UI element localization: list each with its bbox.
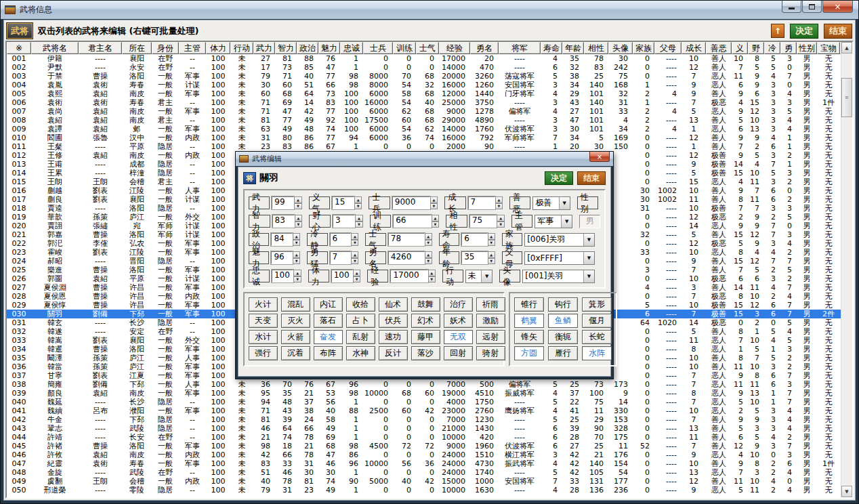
table-row[interactable]: 042牛金----下邳隐居--100未81392458100070001230-… bbox=[7, 415, 841, 424]
skill-button[interactable]: 内讧 bbox=[314, 297, 343, 312]
close-button[interactable]: × bbox=[822, 1, 853, 13]
spin-down-button[interactable]: ▼ bbox=[294, 203, 302, 210]
combo-arrow-icon[interactable]: ▼ bbox=[561, 215, 572, 228]
column-header[interactable]: 所在 bbox=[122, 42, 152, 54]
spin-up-button[interactable]: ▲ bbox=[294, 196, 302, 203]
spin-up-button[interactable]: ▲ bbox=[354, 196, 362, 203]
table-row[interactable]: 047紀靈袁術寿春一般军事100未83333146961000056362400… bbox=[7, 459, 841, 468]
spin-down-button[interactable]: ▼ bbox=[432, 222, 440, 228]
skill-button[interactable]: 治疗 bbox=[444, 297, 473, 312]
table-row[interactable]: 003于禁曹操洛阳一般军事100未79714077988000706820000… bbox=[7, 72, 841, 81]
dialog-end-button[interactable]: 结束 bbox=[577, 171, 606, 185]
column-header[interactable]: 武将名 bbox=[31, 42, 79, 54]
column-header[interactable]: 主管 bbox=[179, 42, 206, 54]
confirm-button[interactable]: 决定 bbox=[790, 24, 818, 39]
stat-input[interactable]: 17000 bbox=[390, 270, 427, 282]
column-header[interactable]: 体力 bbox=[206, 42, 230, 54]
spin-down-button[interactable]: ▼ bbox=[293, 240, 300, 247]
formation-button[interactable]: 鱼鳞 bbox=[548, 314, 578, 328]
table-row[interactable]: 007袁尚袁紹南皮一般军事100未71474277100600062689000… bbox=[7, 107, 841, 116]
dialog-confirm-button[interactable]: 决定 bbox=[545, 171, 573, 185]
column-header[interactable]: 行动 bbox=[230, 42, 253, 54]
column-header[interactable]: 年龄 bbox=[562, 42, 584, 54]
column-header[interactable]: 勇 bbox=[780, 42, 797, 54]
column-header[interactable]: 将军 bbox=[499, 42, 541, 54]
column-header[interactable]: 成长 bbox=[682, 42, 706, 54]
table-row[interactable]: 041魏續呂布濮阳一般军事100未71433840882500604223000… bbox=[7, 406, 841, 415]
spin-up-button[interactable]: ▲ bbox=[432, 215, 440, 222]
column-header[interactable]: 政治 bbox=[297, 42, 318, 54]
column-header[interactable]: 士气 bbox=[416, 42, 439, 54]
spin-down-button[interactable]: ▼ bbox=[355, 222, 363, 228]
skill-button[interactable]: 布阵 bbox=[314, 346, 343, 360]
table-row[interactable]: 039顏良袁紹南皮一般军事100未95352153981000068601900… bbox=[7, 389, 841, 398]
table-row[interactable]: 006袁術袁術寿春君主--100未71691483100160005440250… bbox=[7, 98, 841, 107]
spin-up-button[interactable]: ▲ bbox=[355, 215, 363, 222]
minimize-button[interactable] bbox=[782, 1, 801, 13]
column-header[interactable]: 勇名 bbox=[470, 42, 499, 54]
spin-down-button[interactable]: ▼ bbox=[353, 276, 360, 283]
skill-button[interactable]: 远射 bbox=[476, 330, 505, 344]
column-header[interactable]: 义 bbox=[732, 42, 748, 54]
skill-button[interactable]: 祈雨 bbox=[476, 297, 505, 312]
skill-button[interactable]: 鼓舞 bbox=[411, 297, 440, 312]
table-row[interactable]: 046許攸袁紹南皮一般内政100未4266784786000240001510横… bbox=[7, 450, 841, 459]
column-header[interactable]: 善恶 bbox=[706, 42, 732, 54]
scrollbar-thumb[interactable]: ≡ bbox=[841, 78, 852, 117]
stat-input[interactable]: 96 bbox=[271, 251, 293, 264]
formation-button[interactable]: 偃月 bbox=[582, 314, 612, 328]
table-row[interactable]: 038簡雍劉備下邳一般人事100未36707667960007000500偏将军… bbox=[7, 380, 841, 389]
skill-button[interactable]: 天变 bbox=[249, 314, 278, 328]
combo-box[interactable]: 极善▼ bbox=[532, 196, 570, 210]
skill-button[interactable]: 落石 bbox=[314, 314, 343, 328]
stat-input[interactable]: 6 bbox=[330, 233, 352, 246]
table-row[interactable]: 008袁紹袁紹南皮君主--100未81774992100175006068290… bbox=[7, 116, 841, 125]
formation-button[interactable]: 鹤翼 bbox=[514, 314, 544, 328]
spin-down-button[interactable]: ▼ bbox=[295, 222, 303, 228]
column-header[interactable]: 寿命 bbox=[541, 42, 562, 54]
stat-input[interactable]: 9000 bbox=[392, 196, 430, 209]
stat-input[interactable]: 84 bbox=[271, 233, 293, 246]
column-header[interactable]: 相性 bbox=[584, 42, 608, 54]
column-header[interactable]: 冷 bbox=[764, 42, 780, 54]
spin-up-button[interactable]: ▲ bbox=[293, 251, 300, 258]
table-row[interactable]: 009袁譚袁紹邺一般军事100未634948741006000546214000… bbox=[7, 125, 841, 133]
skill-button[interactable]: 沉着 bbox=[281, 346, 310, 360]
stat-input[interactable]: 75 bbox=[469, 215, 497, 228]
title-bar[interactable]: 武将信息 bbox=[1, 1, 858, 19]
spin-down-button[interactable]: ▼ bbox=[495, 203, 503, 210]
combo-box[interactable]: [006]关羽▼ bbox=[524, 233, 595, 247]
formation-button[interactable]: 雁行 bbox=[548, 346, 578, 360]
skill-button[interactable]: 混乱 bbox=[281, 297, 310, 312]
table-row[interactable]: 001伊籍----襄阳在野--100未2781887610001700020--… bbox=[7, 54, 841, 63]
combo-box[interactable]: [001]关羽▼ bbox=[522, 270, 595, 283]
table-row[interactable]: 040魏延----长沙隐居--100未94483756100040001750-… bbox=[7, 398, 841, 406]
stat-input[interactable]: 100 bbox=[331, 270, 353, 282]
stat-input[interactable]: 100 bbox=[272, 270, 293, 282]
up-button[interactable]: ↑ bbox=[771, 24, 784, 38]
table-row[interactable]: 004袁胤袁術寿春一般计谋100未30605166988000543216000… bbox=[7, 81, 841, 89]
spin-up-button[interactable]: ▲ bbox=[293, 270, 301, 276]
skill-button[interactable]: 伏兵 bbox=[379, 314, 408, 328]
combo-arrow-icon[interactable]: ▼ bbox=[559, 197, 570, 209]
maximize-button[interactable] bbox=[802, 1, 822, 13]
skill-button[interactable]: 骑射 bbox=[476, 346, 505, 360]
stat-input[interactable]: 7 bbox=[330, 251, 352, 264]
spin-down-button[interactable]: ▼ bbox=[425, 240, 432, 247]
stat-input[interactable]: 7 bbox=[468, 196, 495, 209]
combo-arrow-icon[interactable]: ▼ bbox=[583, 270, 594, 282]
column-header[interactable]: 智力 bbox=[275, 42, 297, 54]
column-header[interactable]: 忠诚 bbox=[340, 42, 363, 54]
skill-button[interactable]: 水计 bbox=[249, 330, 278, 344]
stat-input[interactable]: 83 bbox=[272, 215, 295, 228]
dialog-title-bar[interactable]: 武将编辑 bbox=[236, 152, 613, 166]
skill-button[interactable]: 收拾 bbox=[346, 297, 375, 312]
spin-down-button[interactable]: ▼ bbox=[351, 240, 358, 247]
table-row[interactable]: 011王粲----平原隐居--100未238386671000200090---… bbox=[7, 142, 841, 151]
spin-down-button[interactable]: ▼ bbox=[425, 258, 432, 265]
formation-button[interactable]: 衡轭 bbox=[548, 330, 578, 344]
spin-up-button[interactable]: ▲ bbox=[488, 233, 495, 240]
column-header[interactable]: 宝物 bbox=[817, 42, 840, 54]
skill-button[interactable]: 无双 bbox=[444, 330, 473, 344]
spin-down-button[interactable]: ▼ bbox=[488, 258, 495, 265]
